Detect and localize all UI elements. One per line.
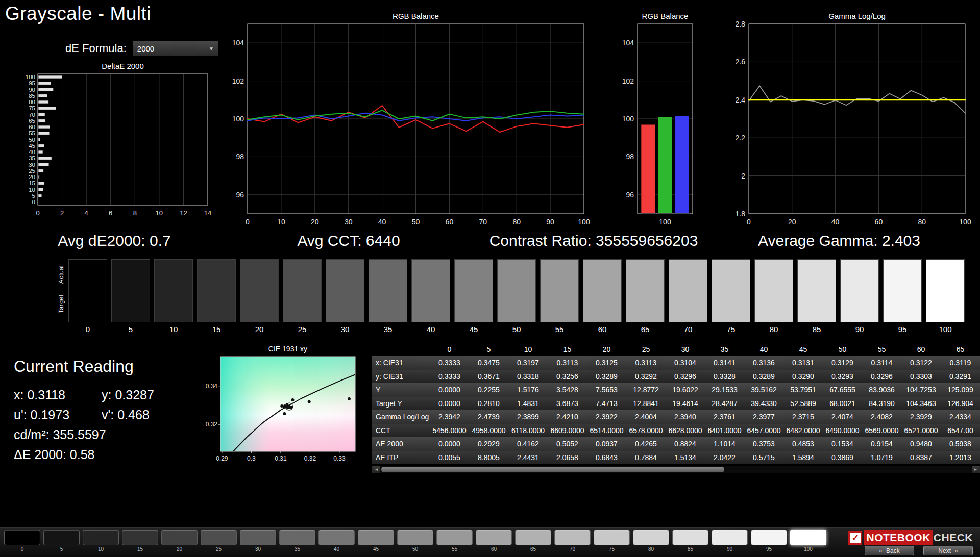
scrollbar-thumb[interactable] bbox=[381, 467, 724, 472]
grayscale-patch-100: 100 bbox=[926, 259, 965, 334]
table-header-row: 05101520253035404550556065 bbox=[372, 342, 980, 356]
pattern-thumb-swatch[interactable] bbox=[318, 530, 355, 545]
svg-text:90: 90 bbox=[546, 218, 554, 226]
pattern-thumb-90[interactable]: 90 bbox=[712, 530, 748, 552]
svg-text:10: 10 bbox=[277, 218, 285, 226]
table-row: ΔE 20000.00000.29290.41620.50520.09370.4… bbox=[372, 437, 980, 451]
pattern-thumb-swatch[interactable] bbox=[712, 530, 748, 545]
pattern-thumb-45[interactable]: 45 bbox=[358, 530, 394, 552]
grayscale-level-label: 40 bbox=[411, 325, 450, 334]
table-cell: 19.6022 bbox=[666, 386, 705, 394]
current-reading-row: ΔE 2000: 0.58 bbox=[14, 445, 189, 465]
grayscale-swatch bbox=[754, 259, 793, 322]
pattern-thumb-40[interactable]: 40 bbox=[318, 530, 355, 552]
pattern-thumb-30[interactable]: 30 bbox=[240, 530, 276, 552]
pattern-thumb-0[interactable]: 0 bbox=[4, 530, 40, 552]
rgb-balance-bar-chart: RGB Balance9698100102104100 bbox=[612, 11, 700, 239]
pattern-thumb-5[interactable]: 5 bbox=[43, 530, 80, 552]
pattern-thumb-swatch[interactable] bbox=[83, 530, 119, 545]
pattern-thumb-65[interactable]: 65 bbox=[515, 530, 551, 552]
pattern-thumb-swatch[interactable] bbox=[161, 530, 198, 545]
pattern-thumb-swatch[interactable] bbox=[515, 530, 551, 545]
grayscale-level-label: 50 bbox=[497, 325, 536, 334]
grayscale-level-label: 75 bbox=[712, 325, 750, 334]
pattern-thumb-50[interactable]: 50 bbox=[397, 530, 433, 552]
grayscale-swatch bbox=[411, 259, 450, 322]
svg-text:CIE 1931 xy: CIE 1931 xy bbox=[268, 345, 307, 353]
svg-text:20: 20 bbox=[29, 174, 35, 180]
pattern-thumb-swatch[interactable] bbox=[122, 530, 158, 545]
pattern-thumb-85[interactable]: 85 bbox=[672, 530, 708, 552]
table-cell: 0.5715 bbox=[744, 453, 783, 462]
current-reading-value: u': 0.1973 bbox=[14, 405, 102, 425]
checkmark-icon: ✓ bbox=[848, 531, 862, 545]
pattern-thumb-70[interactable]: 70 bbox=[554, 530, 591, 552]
pattern-thumb-35[interactable]: 35 bbox=[279, 530, 315, 552]
pattern-thumb-15[interactable]: 15 bbox=[122, 530, 158, 552]
pattern-thumb-swatch[interactable] bbox=[43, 530, 80, 545]
pattern-thumb-100[interactable]: 100 bbox=[790, 530, 826, 552]
pattern-thumb-swatch[interactable] bbox=[633, 530, 669, 545]
pattern-thumb-60[interactable]: 60 bbox=[476, 530, 512, 552]
pattern-thumb-swatch[interactable] bbox=[201, 530, 237, 545]
pattern-thumb-75[interactable]: 75 bbox=[594, 530, 630, 552]
grayscale-level-label: 25 bbox=[283, 325, 322, 334]
svg-text:102: 102 bbox=[622, 77, 634, 85]
table-cell: 6118.0000 bbox=[508, 426, 548, 435]
pattern-thumb-swatch[interactable] bbox=[751, 530, 787, 545]
grayscale-level-label: 80 bbox=[754, 325, 793, 334]
table-cell: 0.3125 bbox=[587, 359, 626, 367]
svg-text:20: 20 bbox=[788, 218, 796, 226]
table-cell: 1.5134 bbox=[666, 453, 705, 462]
table-cell: 2.3761 bbox=[705, 413, 744, 421]
table-col-header: 50 bbox=[823, 345, 862, 353]
pattern-thumb-swatch[interactable] bbox=[4, 530, 40, 545]
table-cell: 2.3929 bbox=[901, 413, 941, 421]
pattern-thumb-80[interactable]: 80 bbox=[633, 530, 669, 552]
pattern-thumb-25[interactable]: 25 bbox=[201, 530, 237, 552]
scroll-left-arrow[interactable]: ◄ bbox=[373, 466, 380, 473]
pattern-thumb-swatch[interactable] bbox=[554, 530, 591, 545]
pattern-thumb-20[interactable]: 20 bbox=[161, 530, 198, 552]
table-col-header: 0 bbox=[430, 345, 469, 353]
table-cell: 104.7253 bbox=[901, 386, 941, 394]
table-cell: 6547.00 bbox=[941, 426, 980, 435]
pattern-thumb-swatch[interactable] bbox=[476, 530, 512, 545]
pattern-thumb-swatch[interactable] bbox=[240, 530, 276, 545]
table-horizontal-scrollbar[interactable]: ◄ ► bbox=[372, 466, 980, 473]
scroll-right-arrow[interactable]: ► bbox=[972, 466, 979, 473]
svg-text:14: 14 bbox=[204, 209, 211, 217]
table-row-label: y: CIE31 bbox=[372, 372, 430, 381]
table-cell: 6578.0000 bbox=[626, 426, 666, 435]
notebookcheck-logo: ✓ NOTEBOOK CHECK bbox=[848, 528, 973, 547]
pattern-thumb-label: 55 bbox=[436, 546, 473, 552]
pattern-thumb-55[interactable]: 55 bbox=[436, 530, 473, 552]
pattern-thumb-10[interactable]: 10 bbox=[83, 530, 119, 552]
pattern-thumb-swatch[interactable] bbox=[279, 530, 315, 545]
pattern-thumb-swatch[interactable] bbox=[790, 530, 826, 545]
table-cell: 0.3290 bbox=[783, 372, 823, 381]
contrast-ratio-stat: Contrast Ratio: 355559656203 bbox=[489, 232, 698, 249]
table-row: ΔE ITP0.00558.80052.44312.06580.68430.78… bbox=[372, 451, 980, 465]
svg-text:70: 70 bbox=[29, 112, 35, 118]
grayscale-patch-15: 15 bbox=[197, 259, 236, 334]
svg-text:100: 100 bbox=[622, 115, 634, 123]
de-formula-dropdown[interactable]: 2000 ▼ bbox=[133, 41, 218, 56]
de-formula-value: 2000 bbox=[137, 44, 154, 53]
svg-text:95: 95 bbox=[29, 80, 35, 86]
back-button[interactable]: « Back bbox=[865, 546, 914, 555]
pattern-thumb-swatch[interactable] bbox=[436, 530, 473, 545]
pattern-thumb-swatch[interactable] bbox=[397, 530, 433, 545]
next-button[interactable]: Next » bbox=[923, 546, 973, 555]
table-cell: 0.2255 bbox=[469, 386, 508, 394]
scrollbar-track[interactable] bbox=[380, 466, 972, 473]
grayscale-patch-75: 75 bbox=[712, 259, 750, 334]
pattern-thumb-95[interactable]: 95 bbox=[751, 530, 787, 552]
pattern-thumb-swatch[interactable] bbox=[672, 530, 708, 545]
pattern-thumb-swatch[interactable] bbox=[358, 530, 394, 545]
table-row-label: x: CIE31 bbox=[372, 359, 430, 367]
svg-text:0.34: 0.34 bbox=[206, 383, 218, 390]
table-cell: 12.8841 bbox=[626, 399, 666, 408]
svg-text:0.29: 0.29 bbox=[216, 455, 228, 462]
pattern-thumb-swatch[interactable] bbox=[594, 530, 630, 545]
